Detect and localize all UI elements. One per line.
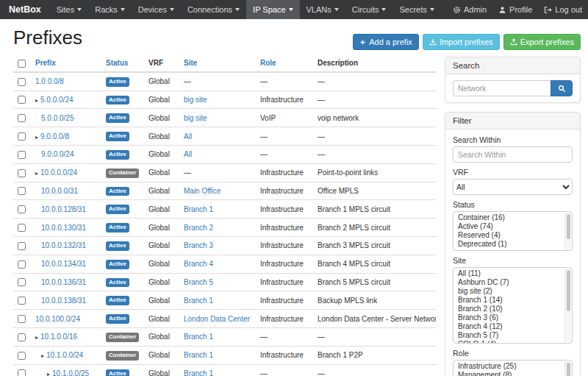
row-checkbox[interactable] <box>18 260 26 269</box>
prefix-link[interactable]: 5.0.0.0/24 <box>40 96 73 104</box>
site-link[interactable]: London Data Center <box>184 315 250 323</box>
prefix-link[interactable]: 10.0.0.128/31 <box>41 205 86 213</box>
column-sort-prefix[interactable]: Prefix <box>35 59 56 67</box>
row-checkbox[interactable] <box>18 352 26 360</box>
site-link[interactable]: big site <box>184 96 207 104</box>
listbox-option[interactable]: COLO-1 (4) <box>453 340 563 344</box>
status-listbox-scrollbar[interactable] <box>564 213 571 249</box>
site-link[interactable]: Branch 2 <box>184 224 213 232</box>
nav-item-secrets[interactable]: Secrets <box>392 0 440 19</box>
row-checkbox[interactable] <box>18 114 26 122</box>
prefix-link[interactable]: 10.0.100.0/24 <box>35 315 80 323</box>
scrollbar-thumb[interactable] <box>567 363 570 376</box>
listbox-option[interactable]: Active (74) <box>453 222 563 231</box>
row-checkbox[interactable] <box>18 369 26 376</box>
row-checkbox[interactable] <box>18 78 26 86</box>
prefix-link[interactable]: 10.1.0.0/25 <box>52 369 89 376</box>
logout-link[interactable]: Log out <box>538 0 588 19</box>
site-link[interactable]: Branch 3 <box>184 241 213 249</box>
role-listbox[interactable]: Infrastructure (25)Management (8)Private… <box>453 360 573 376</box>
site-listbox-scrollbar[interactable] <box>564 269 571 342</box>
site-link[interactable]: All <box>184 150 192 158</box>
site-link[interactable]: Main Office <box>184 187 220 195</box>
prefix-link[interactable]: 10.1.0.0/16 <box>40 333 77 341</box>
prefix-link[interactable]: 10.0.0.0/24 <box>40 169 77 177</box>
site-link[interactable]: Branch 5 <box>184 278 213 286</box>
row-checkbox[interactable] <box>18 205 26 213</box>
nav-item-vlans[interactable]: VLANs <box>300 0 345 19</box>
prefix-link[interactable]: 9.0.0.0/24 <box>41 150 74 158</box>
site-listbox[interactable]: All (11)Ashburn DC (7)big site (2)Branch… <box>453 267 573 344</box>
row-checkbox[interactable] <box>18 333 26 341</box>
listbox-option[interactable]: Deprecated (1) <box>453 240 563 249</box>
site-link[interactable]: Branch 1 <box>184 333 213 341</box>
listbox-option[interactable]: big site (2) <box>453 287 563 296</box>
role-cell: — <box>256 146 313 164</box>
prefix-link[interactable]: 5.0.0.0/25 <box>41 114 74 122</box>
site-link[interactable]: Branch 4 <box>184 260 213 268</box>
listbox-option[interactable]: Branch 5 (7) <box>453 331 563 340</box>
search-button[interactable] <box>551 80 573 96</box>
prefix-link[interactable]: 9.0.0.0/8 <box>40 132 69 141</box>
admin-link[interactable]: Admin <box>447 0 492 19</box>
nav-item-connections[interactable]: Connections <box>181 0 246 19</box>
prefix-link[interactable]: 10.0.0.136/31 <box>41 278 86 286</box>
nav-item-devices[interactable]: Devices <box>132 0 181 19</box>
import-prefixes-button[interactable]: Import prefixes <box>423 34 500 50</box>
status-listbox[interactable]: Container (16)Active (74)Reserved (4)Dep… <box>453 211 573 251</box>
column-sort-status[interactable]: Status <box>106 59 129 67</box>
nav-item-circuits[interactable]: Circuits <box>345 0 393 19</box>
row-checkbox[interactable] <box>18 96 26 104</box>
listbox-option[interactable]: Reserved (4) <box>453 231 563 240</box>
site-link[interactable]: All <box>184 132 192 141</box>
status-badge: Active <box>106 205 129 214</box>
column-sort-site[interactable]: Site <box>184 59 197 67</box>
row-checkbox[interactable] <box>18 132 26 141</box>
prefix-cell: 10.0.0.134/31 <box>31 255 101 273</box>
vrf-select[interactable]: All <box>453 179 573 195</box>
export-prefixes-button[interactable]: Export prefixes <box>503 34 581 50</box>
add-prefix-button[interactable]: Add a prefix <box>353 34 419 50</box>
prefix-link[interactable]: 1.0.0.0/8 <box>35 77 64 85</box>
listbox-option[interactable]: Branch 1 (14) <box>453 296 563 305</box>
row-checkbox[interactable] <box>18 297 26 305</box>
row-checkbox[interactable] <box>18 315 26 323</box>
nav-item-racks[interactable]: Racks <box>88 0 132 19</box>
row-checkbox[interactable] <box>18 169 26 177</box>
listbox-option[interactable]: Management (8) <box>453 371 563 376</box>
site-link[interactable]: Branch 1 <box>184 297 213 305</box>
site-link[interactable]: Branch 1 <box>184 205 213 213</box>
row-checkbox[interactable] <box>18 278 26 286</box>
prefix-link[interactable]: 10.0.0.132/31 <box>41 241 86 249</box>
prefix-link[interactable]: 10.1.0.0/24 <box>46 351 83 359</box>
row-checkbox[interactable] <box>18 242 26 250</box>
search-within-input[interactable] <box>453 146 573 163</box>
column-sort-role[interactable]: Role <box>260 59 276 67</box>
netbox-brand[interactable]: NetBox <box>0 0 50 19</box>
listbox-option[interactable]: All (11) <box>453 269 563 278</box>
site-link[interactable]: big site <box>184 114 207 122</box>
prefix-link[interactable]: 10.0.0.130/31 <box>41 224 86 232</box>
nav-item-ip-space[interactable]: IP Space <box>246 0 299 19</box>
listbox-option[interactable]: Branch 2 (10) <box>453 305 563 313</box>
prefix-link[interactable]: 10.0.0.138/31 <box>41 297 86 305</box>
select-all-checkbox[interactable] <box>18 60 26 68</box>
row-checkbox[interactable] <box>18 224 26 232</box>
listbox-option[interactable]: Ashburn DC (7) <box>453 278 563 287</box>
site-link[interactable]: Branch 1 <box>184 369 213 376</box>
listbox-option[interactable]: Container (16) <box>453 213 563 222</box>
scrollbar-thumb[interactable] <box>567 270 570 311</box>
site-link[interactable]: Branch 1 <box>184 351 213 359</box>
prefix-link[interactable]: 10.0.0.0/31 <box>41 187 78 195</box>
scrollbar-thumb[interactable] <box>567 214 570 239</box>
profile-link[interactable]: Profile <box>492 0 538 19</box>
row-checkbox[interactable] <box>18 151 26 159</box>
row-checkbox[interactable] <box>18 187 26 195</box>
search-input[interactable] <box>453 80 551 96</box>
listbox-option[interactable]: Branch 4 (12) <box>453 322 563 331</box>
prefix-link[interactable]: 10.0.0.134/31 <box>41 260 86 268</box>
nav-item-sites[interactable]: Sites <box>50 0 88 19</box>
role-listbox-scrollbar[interactable] <box>564 361 571 376</box>
listbox-option[interactable]: Infrastructure (25) <box>453 362 563 371</box>
listbox-option[interactable]: Branch 3 (6) <box>453 313 563 322</box>
